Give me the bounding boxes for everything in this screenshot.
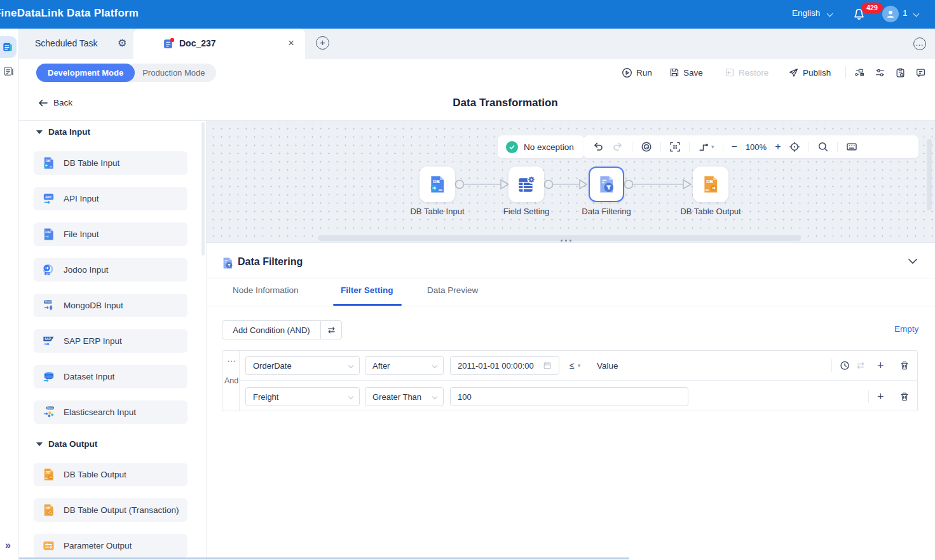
palette-item-db-table-output-transaction[interactable]: DB DB Table Output (Transaction) [34, 498, 188, 522]
palette-item-file-input[interactable]: File File Input [34, 222, 188, 246]
empty-link[interactable]: Empty [894, 324, 918, 334]
close-icon[interactable]: × [288, 37, 294, 50]
palette-item-mongodb-input[interactable]: MongoDB MongoDB Input [34, 294, 188, 317]
node-db-table-output[interactable]: DB [693, 167, 728, 202]
back-button[interactable]: Back [38, 98, 72, 107]
node-data-filtering[interactable] [589, 167, 624, 202]
status-pill[interactable]: No exception [498, 135, 584, 158]
field-select-row1[interactable]: OrderDate [245, 356, 360, 375]
section-data-input[interactable]: Data Input [36, 127, 90, 137]
search-icon[interactable] [817, 141, 829, 153]
clipboard-gear-icon [895, 67, 906, 78]
delete-row-icon[interactable] [899, 392, 910, 402]
compare-mode-select[interactable]: ≤▾ [570, 356, 580, 375]
triangle-down-icon [36, 442, 43, 446]
db-table-input-icon: DB [42, 156, 55, 170]
zoom-out-icon[interactable]: − [732, 141, 737, 153]
collapse-panel-button[interactable] [908, 258, 918, 264]
development-mode-button[interactable]: Development Mode [36, 64, 135, 82]
redo-icon[interactable] [612, 141, 624, 153]
fit-view-icon[interactable] [669, 141, 681, 153]
field-select-row2[interactable]: Freight [245, 387, 360, 406]
tab-doc-237[interactable]: Doc_237 × [133, 29, 305, 59]
palette-item-api-input[interactable]: API API Input [34, 187, 188, 210]
tab-bar: Scheduled Task ⚙ Doc_237 × + … [19, 29, 935, 59]
db-table-output-transaction-icon: DB [42, 503, 55, 517]
settings-sliders-button[interactable] [875, 67, 885, 78]
chevron-down-icon [913, 11, 920, 17]
tab-data-preview[interactable]: Data Preview [427, 285, 478, 295]
add-row-icon[interactable]: + [877, 390, 884, 404]
add-condition-button[interactable]: Add Condition (AND) [222, 320, 321, 339]
palette-item-parameter-output[interactable]: Parameter Output [34, 534, 188, 557]
tab-scheduled-task[interactable]: Scheduled Task [35, 38, 98, 48]
add-row-icon[interactable]: + [877, 359, 884, 372]
swap-condition-icon[interactable] [856, 360, 866, 371]
svg-text:File: File [45, 231, 51, 234]
divider [809, 142, 809, 152]
bottom-scrollbar[interactable] [19, 557, 629, 559]
panel-title: Data Filtering [238, 256, 303, 268]
palette-item-dataset-input[interactable]: Dataset Input [34, 365, 188, 388]
palette-item-sap-erp-input[interactable]: SAP SAP ERP Input [34, 329, 188, 353]
palette-item-db-table-output[interactable]: DB DB Table Output [34, 463, 188, 486]
tab-node-information[interactable]: Node Information [233, 285, 299, 295]
gear-icon[interactable]: ⚙ [118, 37, 126, 49]
document-tab-icon [163, 38, 175, 50]
production-mode-button[interactable]: Production Mode [135, 68, 216, 78]
locate-icon[interactable] [789, 141, 800, 153]
divider [632, 142, 632, 152]
tab-filter-setting[interactable]: Filter Setting [341, 285, 393, 295]
undo-icon[interactable] [592, 141, 604, 153]
time-icon[interactable] [840, 360, 850, 371]
node-arrangement-button[interactable] [854, 67, 865, 78]
node-field-setting[interactable] [508, 167, 544, 202]
page-title: Data Transformation [453, 97, 557, 109]
new-tab-button[interactable]: + [316, 36, 329, 50]
shortcut-keys-icon[interactable] [846, 141, 857, 153]
notification-badge: 429 [861, 3, 883, 13]
app-title: FineDataLink Data Platform [0, 7, 139, 20]
palette-item-jodoo-input[interactable]: JDY Jodoo Input [34, 258, 188, 282]
operator-select-row1[interactable]: After [365, 356, 444, 375]
palette-item-db-table-input[interactable]: DB DB Table Input [34, 151, 188, 175]
date-input-row1[interactable]: 2011-01-01 00:00:00 [450, 356, 559, 375]
comment-button[interactable] [915, 67, 926, 78]
language-switcher[interactable]: English [792, 8, 820, 18]
section-data-output[interactable]: Data Output [36, 439, 97, 449]
run-icon [622, 67, 632, 78]
restore-button[interactable]: Restore [725, 63, 768, 82]
tab-overflow-button[interactable]: … [913, 38, 926, 50]
zoom-in-icon[interactable]: + [775, 141, 781, 153]
flow-branch-icon [854, 67, 865, 78]
calendar-icon [543, 361, 552, 370]
run-button[interactable]: Run [622, 63, 652, 82]
save-icon [669, 67, 679, 78]
action-bar: Development Mode Production Mode Run Sav… [19, 59, 935, 86]
node-label: DB Table Output [680, 207, 740, 216]
value-input-row2[interactable]: 100 [450, 387, 688, 406]
rail-item-task-list[interactable] [3, 65, 15, 77]
publish-button[interactable]: Publish [788, 63, 831, 82]
condition-group-more[interactable]: ... [228, 355, 236, 364]
db-table-output-icon: DB [42, 468, 55, 481]
sidebar-scrollbar[interactable] [201, 122, 205, 256]
node-db-table-input[interactable]: DB [420, 167, 455, 202]
user-menu[interactable]: 1 [903, 8, 908, 18]
scheduled-task-icon [2, 41, 13, 53]
delete-row-icon[interactable] [899, 360, 910, 371]
condition-group-operator: And [224, 376, 238, 386]
save-button[interactable]: Save [669, 63, 703, 82]
flow-canvas[interactable]: DB DB DB Table Input Field Setti [207, 121, 935, 242]
avatar[interactable] [882, 6, 899, 22]
connector-style-icon[interactable]: ▾ [698, 142, 714, 153]
rail-item-scheduled-task[interactable] [0, 36, 17, 58]
operator-select-row2[interactable]: Greater Than [365, 387, 444, 406]
canvas-vertical-scrollbar[interactable] [927, 139, 932, 210]
expand-rail-button[interactable]: » [5, 540, 11, 551]
palette-item-elasticsearch-input[interactable]: Elastic Elasticsearch Input [34, 400, 188, 424]
divider [239, 380, 918, 381]
overview-icon[interactable] [641, 141, 652, 153]
toggle-and-or-button[interactable] [320, 320, 342, 339]
task-config-button[interactable] [895, 67, 906, 78]
